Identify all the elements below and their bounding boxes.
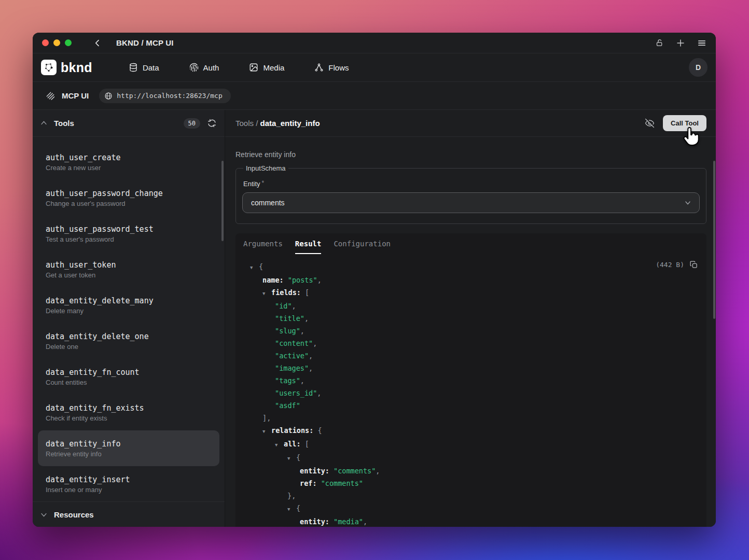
json-line: ▼{	[243, 502, 698, 515]
tool-list-item-auth_user_create[interactable]: auth_user_create Create a new user	[33, 144, 225, 180]
breadcrumb-section[interactable]: Tools	[235, 119, 254, 128]
required-mark: *	[262, 179, 265, 187]
nav-label: Flows	[328, 63, 349, 72]
chevron-down-icon	[684, 199, 692, 207]
tab-result[interactable]: Result	[295, 233, 322, 254]
entity-field-label: Entity*	[243, 179, 700, 188]
tool-list-item-data_entity_fn_exists[interactable]: data_entity_fn_exists Check if entity ex…	[33, 395, 225, 430]
tool-name: data_entity_delete_many	[46, 296, 216, 305]
json-line: "asdf"	[243, 399, 698, 412]
json-line: ref: "comments"	[243, 477, 698, 489]
refresh-icon[interactable]	[207, 119, 216, 128]
json-line: ▼relations: {	[243, 424, 698, 438]
tool-name: auth_user_create	[46, 153, 216, 162]
json-line: "id",	[243, 300, 698, 312]
window-scrollbar[interactable]	[713, 161, 715, 319]
input-schema-legend: InputSchema	[243, 164, 288, 172]
mcp-toolbar: MCP UI http://localhost:28623/mcp	[33, 82, 716, 110]
bknd-logo-icon	[41, 60, 57, 75]
json-line: ▼{	[243, 451, 698, 465]
eye-off-icon[interactable]	[645, 118, 655, 128]
json-lines: ▼{name: "posts",▼fields: ["id","title","…	[243, 260, 698, 527]
tool-name: auth_user_token	[46, 260, 216, 270]
menu-icon[interactable]	[697, 38, 706, 48]
sidebar-scrollbar[interactable]	[221, 161, 224, 241]
tools-header-label: Tools	[54, 119, 74, 128]
tools-section-header[interactable]: Tools 50	[33, 110, 225, 137]
tool-list-item-auth_user_token[interactable]: auth_user_token Get a user token	[33, 251, 225, 287]
nav-items: Data Auth Media Flows	[129, 63, 349, 72]
chevron-down-icon	[40, 511, 48, 519]
image-icon	[249, 63, 258, 72]
call-tool-button[interactable]: Call Tool	[663, 115, 706, 131]
chevron-up-icon	[40, 119, 48, 127]
collapse-toggle-icon[interactable]: ▼	[275, 439, 284, 451]
nav-item-media[interactable]: Media	[249, 63, 284, 72]
tool-description: Count entities	[46, 379, 216, 386]
tool-description: Check if entity exists	[46, 414, 216, 422]
tab-configuration[interactable]: Configuration	[334, 233, 391, 254]
tool-name: data_entity_delete_one	[46, 332, 216, 341]
tool-description: Insert one or many	[46, 486, 216, 494]
tool-description: Create a new user	[46, 164, 216, 172]
lock-open-icon[interactable]	[655, 38, 664, 47]
resources-header-label: Resources	[54, 510, 94, 519]
brand-name: bknd	[61, 60, 92, 75]
mcp-page-title: MCP UI	[62, 91, 89, 100]
collapse-toggle-icon[interactable]: ▼	[262, 287, 271, 300]
json-line: "tags",	[243, 374, 698, 387]
json-line: },	[243, 489, 698, 502]
minimize-window-button[interactable]	[53, 39, 60, 46]
brand-logo[interactable]: bknd	[41, 60, 92, 75]
tool-description: Test a user's password	[46, 235, 216, 243]
user-avatar[interactable]: D	[689, 58, 708, 77]
tool-name: data_entity_fn_count	[46, 368, 216, 377]
json-line: ▼all: [	[243, 438, 698, 451]
tool-list-item-auth_user_password_test[interactable]: auth_user_password_test Test a user's pa…	[33, 216, 225, 251]
tool-name: data_entity_fn_exists	[46, 403, 216, 413]
tool-list-item-data_entity_insert[interactable]: data_entity_insert Insert one or many	[33, 466, 225, 501]
tool-name: auth_user_password_change	[46, 189, 216, 198]
title-bar: BKND / MCP UI	[33, 33, 716, 53]
tool-list-item-data_entity_delete_one[interactable]: data_entity_delete_one Delete one	[33, 323, 225, 359]
entity-select[interactable]: comments	[242, 192, 700, 213]
collapse-toggle-icon[interactable]: ▼	[250, 261, 259, 274]
input-schema-fieldset: InputSchema Entity* comments	[235, 164, 706, 224]
tool-list-item-data_entity_fn_count[interactable]: data_entity_fn_count Count entities	[33, 359, 225, 395]
back-icon[interactable]	[93, 39, 102, 47]
json-line: "slug",	[243, 325, 698, 337]
database-icon	[129, 63, 138, 72]
tool-description: Delete many	[46, 307, 216, 315]
fingerprint-icon	[189, 63, 199, 72]
tool-list-item-data_entity_info[interactable]: data_entity_info Retrieve entity info	[38, 430, 219, 466]
tool-description: Delete one	[46, 343, 216, 351]
close-window-button[interactable]	[42, 39, 49, 46]
tools-count-badge: 50	[184, 118, 200, 129]
collapse-toggle-icon[interactable]: ▼	[287, 503, 296, 515]
tool-list: auth_user_create Create a new user auth_…	[33, 137, 225, 501]
nav-item-auth[interactable]: Auth	[189, 63, 219, 72]
server-url-pill[interactable]: http://localhost:28623/mcp	[99, 89, 231, 103]
json-line: ▼fields: [	[243, 286, 698, 300]
collapse-toggle-icon[interactable]: ▼	[287, 452, 296, 465]
tool-description: Retrieve entity info	[46, 450, 211, 458]
collapse-toggle-icon[interactable]: ▼	[262, 425, 271, 438]
nav-item-data[interactable]: Data	[129, 63, 159, 72]
tool-list-item-data_entity_delete_many[interactable]: data_entity_delete_many Delete many	[33, 287, 225, 323]
tool-detail-panel: Tools / data_entity_info Call Tool Retri…	[225, 110, 716, 527]
json-result-viewer: (442 B) ▼{name: "posts",▼fields: ["id","…	[235, 254, 706, 527]
tool-description: Change a user's password	[46, 200, 216, 207]
tools-sidebar: Tools 50 auth_user_create Create a new u…	[33, 110, 225, 527]
new-tab-icon[interactable]	[676, 38, 685, 48]
tool-name: data_entity_insert	[46, 475, 216, 484]
tab-arguments[interactable]: Arguments	[243, 233, 283, 254]
desktop: { "window": { "title": "BKND / MCP UI" }…	[0, 0, 749, 560]
zoom-window-button[interactable]	[65, 39, 72, 46]
copy-icon[interactable]	[689, 260, 698, 269]
json-line: ],	[243, 412, 698, 424]
tool-list-item-auth_user_password_change[interactable]: auth_user_password_change Change a user'…	[33, 180, 225, 216]
mcp-stripes-icon	[45, 91, 56, 101]
resources-section-header[interactable]: Resources	[33, 501, 225, 527]
nav-item-flows[interactable]: Flows	[314, 63, 349, 72]
tool-description: Get a user token	[46, 271, 216, 279]
